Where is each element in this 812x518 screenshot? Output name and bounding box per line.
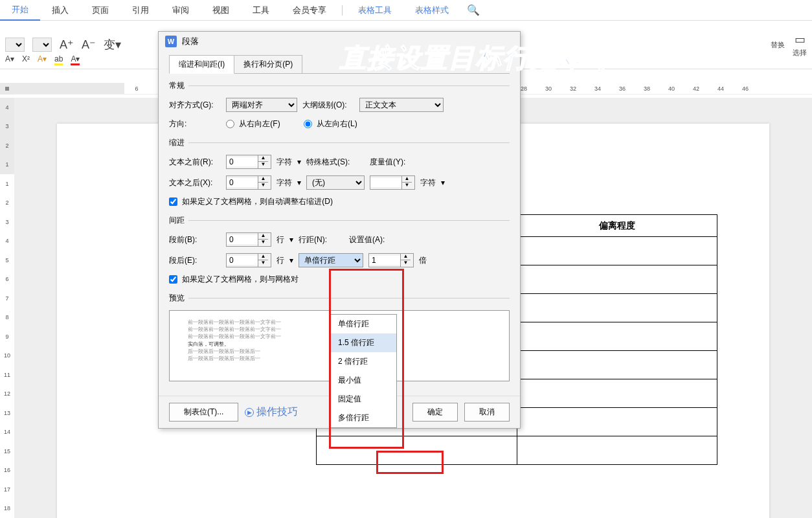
- dialog-title: 段落: [182, 36, 199, 47]
- special-select[interactable]: (无): [306, 175, 365, 190]
- menu-page[interactable]: 页面: [80, 1, 120, 20]
- direction-ltr-radio[interactable]: 从左向右(L): [304, 118, 357, 130]
- menu-table-tools[interactable]: 表格工具: [346, 1, 403, 20]
- dropdown-option-single[interactable]: 单倍行距: [330, 315, 396, 333]
- table-header-2[interactable]: 偏离程度: [517, 215, 717, 237]
- increase-font-icon[interactable]: A⁺: [60, 38, 74, 52]
- separator: [342, 5, 343, 16]
- set-value-spinner[interactable]: ▲▼: [368, 253, 414, 267]
- before-para-spinner[interactable]: ▲▼: [226, 232, 271, 247]
- metric-spinner[interactable]: ▲▼: [370, 175, 415, 190]
- tab-indent-spacing[interactable]: 缩进和间距(I): [169, 55, 234, 74]
- table-cell[interactable]: [517, 408, 717, 436]
- replace-button[interactable]: 替换: [771, 40, 785, 50]
- paragraph-dialog: W 段落 缩进和间距(I) 换行和分页(P) 常规 对齐方式(G): 两端对齐 …: [158, 31, 521, 429]
- section-spacing: 间距: [169, 215, 188, 226]
- cancel-button[interactable]: 取消: [464, 403, 510, 422]
- menu-tools[interactable]: 工具: [241, 1, 281, 20]
- section-preview: 预览: [169, 293, 188, 304]
- auto-adjust-checkbox[interactable]: 如果定义了文档网格，则自动调整右缩进(D): [169, 196, 333, 207]
- unit-times: 倍: [419, 255, 427, 266]
- dropdown-option-1-5[interactable]: 1.5 倍行距: [330, 333, 396, 352]
- dropdown-option-double[interactable]: 2 倍行距: [330, 352, 396, 371]
- menu-reference[interactable]: 引用: [120, 1, 161, 20]
- menu-review[interactable]: 审阅: [161, 1, 201, 20]
- section-general: 常规: [169, 80, 188, 91]
- decrease-font-icon[interactable]: A⁻: [82, 38, 96, 52]
- unit-line: 行: [276, 255, 284, 266]
- table-cell[interactable]: [517, 379, 717, 408]
- size-select[interactable]: [32, 38, 52, 52]
- alignment-label: 对齐方式(G):: [169, 100, 221, 111]
- menu-vip[interactable]: 会员专享: [281, 1, 338, 20]
- table-cell[interactable]: [517, 294, 717, 322]
- direction-label: 方向:: [169, 118, 221, 130]
- unit-char: 字符: [276, 177, 292, 188]
- menu-view[interactable]: 视图: [201, 1, 241, 20]
- line-spacing-select[interactable]: 单倍行距: [299, 253, 363, 267]
- clear-format-icon[interactable]: A▾: [5, 54, 14, 65]
- before-text-label: 文本之前(R):: [169, 157, 221, 168]
- alignment-select[interactable]: 两端对齐: [226, 98, 297, 112]
- ruler-corner: [0, 83, 14, 95]
- outline-label: 大纲级别(O):: [302, 100, 354, 111]
- highlight-icon[interactable]: ab: [54, 54, 63, 65]
- format-icon[interactable]: 变▾: [104, 37, 121, 52]
- menu-table-style[interactable]: 表格样式: [403, 1, 460, 20]
- tabs-button[interactable]: 制表位(T)...: [169, 403, 238, 422]
- line-spacing-dropdown: 单倍行距 1.5 倍行距 2 倍行距 最小值 固定值 多倍行距: [330, 314, 397, 428]
- superscript-icon[interactable]: X²: [22, 54, 30, 65]
- before-text-spinner[interactable]: ▲▼: [226, 155, 271, 169]
- menu-insert[interactable]: 插入: [40, 1, 80, 20]
- select-button[interactable]: ▭选择: [793, 32, 807, 58]
- ok-button[interactable]: 确定: [412, 403, 458, 422]
- after-text-spinner[interactable]: ▲▼: [226, 175, 271, 190]
- dropdown-option-exactly[interactable]: 固定值: [330, 390, 396, 409]
- unit-char: 字符: [276, 157, 292, 168]
- search-icon[interactable]: 🔍: [467, 4, 480, 16]
- unit-char: 字符: [420, 177, 436, 188]
- tips-link[interactable]: ▶操作技巧: [245, 405, 298, 419]
- table-cell[interactable]: [517, 436, 717, 465]
- unit-line: 行: [276, 234, 284, 245]
- after-para-label: 段后(E):: [169, 255, 221, 266]
- dropdown-option-multiple[interactable]: 多倍行距: [330, 409, 396, 427]
- after-para-spinner[interactable]: ▲▼: [226, 253, 271, 267]
- table-cell[interactable]: [517, 322, 717, 351]
- outline-select[interactable]: 正文文本: [359, 98, 444, 112]
- set-value-label: 设置值(A):: [349, 234, 401, 245]
- table-cell[interactable]: [317, 436, 517, 465]
- menu-start[interactable]: 开始: [0, 0, 40, 21]
- text-effect-icon[interactable]: A▾: [38, 54, 47, 65]
- section-indent: 缩进: [169, 137, 188, 148]
- tab-line-page-breaks[interactable]: 换行和分页(P): [234, 55, 302, 73]
- vertical-ruler: 4 3 2 1 1 2 3 4 5 6 7 8 9 10 11 12 13 14…: [0, 98, 14, 518]
- table-cell[interactable]: [517, 237, 717, 265]
- special-label: 特殊格式(S):: [306, 157, 365, 168]
- app-icon: W: [165, 36, 177, 47]
- dropdown-option-atleast[interactable]: 最小值: [330, 371, 396, 390]
- menu-bar: 开始 插入 页面 引用 审阅 视图 工具 会员专享 表格工具 表格样式 🔍: [0, 0, 812, 21]
- line-spacing-label: 行距(N):: [299, 234, 344, 245]
- after-text-label: 文本之后(X):: [169, 177, 221, 188]
- before-para-label: 段前(B):: [169, 234, 221, 245]
- direction-rtl-radio[interactable]: 从右向左(F): [226, 118, 280, 130]
- annotation-text: 直接设置目标行距即可: [340, 40, 612, 76]
- table-cell[interactable]: [517, 351, 717, 379]
- font-select[interactable]: [5, 38, 25, 52]
- snap-grid-checkbox[interactable]: 如果定义了文档网格，则与网格对: [169, 274, 299, 285]
- metric-label: 度量值(Y):: [370, 157, 422, 168]
- table-cell[interactable]: [517, 265, 717, 294]
- font-color-icon[interactable]: A▾: [71, 54, 80, 65]
